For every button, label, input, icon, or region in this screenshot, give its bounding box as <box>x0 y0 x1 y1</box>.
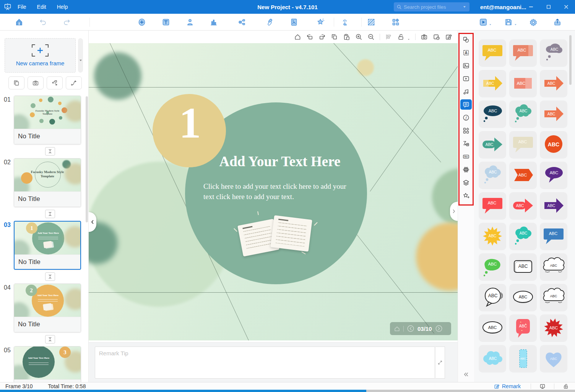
callout-shape-item[interactable]: ABC <box>509 345 537 373</box>
callout-shape-item[interactable]: ABC <box>540 223 567 250</box>
insert-link-button[interactable] <box>266 18 274 26</box>
callout-shape-item[interactable]: ABC <box>509 131 537 159</box>
home-button[interactable] <box>15 18 23 26</box>
callout-shape-item[interactable]: ABC <box>540 253 567 281</box>
callout-shape-item[interactable]: ABC <box>540 314 567 342</box>
callout-shape-item[interactable]: ABC <box>509 39 537 67</box>
insert-flowchart-button[interactable] <box>238 18 246 26</box>
callout-shape-item[interactable]: ABC <box>540 131 567 159</box>
panel-tab-button[interactable]: Btn <box>460 151 472 162</box>
interaction-button[interactable] <box>341 18 349 26</box>
callout-shape-item[interactable]: ABC <box>479 284 506 311</box>
transition-duration-button[interactable] <box>45 210 55 218</box>
slide-heading[interactable]: Add Your Text Here <box>203 153 356 170</box>
c-zoom-in-button[interactable] <box>355 33 362 40</box>
callout-shape-item[interactable]: ABC <box>479 253 506 281</box>
transition-duration-button[interactable] <box>45 272 55 281</box>
callout-shape-item[interactable]: ABC <box>509 162 537 189</box>
camera-caret-icon[interactable] <box>78 58 83 63</box>
screenshot-button[interactable] <box>28 76 44 89</box>
panel-tab-layer[interactable] <box>460 177 472 188</box>
search-box[interactable] <box>394 2 469 11</box>
close-button[interactable] <box>557 0 575 14</box>
prev-frame-button[interactable] <box>407 325 414 332</box>
callout-shape-item[interactable]: ABC <box>479 162 506 189</box>
account-label[interactable]: ent@mangoani... <box>480 4 526 10</box>
c-unlock-button[interactable] <box>397 33 404 40</box>
redo-button[interactable] <box>63 18 71 26</box>
next-frame-button[interactable] <box>435 325 443 332</box>
unlock-icon[interactable] <box>563 383 569 389</box>
slide-canvas[interactable]: 1 Add Your Text Here Click here to add y… <box>89 43 458 340</box>
callout-shape-item[interactable]: ABC <box>479 223 506 250</box>
panel-tab-audio[interactable] <box>460 86 472 97</box>
callout-shape-item[interactable]: ABC <box>509 192 537 220</box>
c-frame-time-button[interactable] <box>433 33 440 40</box>
widgets-button[interactable] <box>391 18 400 26</box>
slide-thumbnail[interactable]: 3Add Your Text HereNo Title <box>14 346 81 382</box>
maximize-button[interactable] <box>540 0 557 14</box>
camera-list-scrollbar[interactable] <box>78 38 83 73</box>
papers-illustration[interactable] <box>236 213 317 262</box>
transform-frame-button[interactable] <box>47 76 63 89</box>
motion-path-button[interactable] <box>66 76 82 89</box>
panel-tab-caption[interactable] <box>460 99 472 110</box>
menu-help[interactable]: Help <box>57 4 68 10</box>
callout-shape-item[interactable]: ABC <box>509 314 537 342</box>
callout-shape-item[interactable]: ABC <box>479 192 506 220</box>
c-paste-button[interactable] <box>343 33 350 40</box>
c-camera-button[interactable] <box>421 33 428 40</box>
slide-thumbnail[interactable]: Focusky Modern Style TemplateNo Title <box>14 158 81 207</box>
panel-tab-flash[interactable]: f <box>460 112 472 123</box>
menu-file[interactable]: File <box>18 4 26 10</box>
callout-shape-item[interactable]: ABC <box>479 131 506 159</box>
publish-button[interactable] <box>553 18 562 26</box>
slide-thumbnail[interactable]: Focusky Modern Style TemplateNo Title <box>14 96 81 144</box>
c-copy-button[interactable] <box>331 33 338 40</box>
callout-shape-item[interactable]: ABC <box>540 284 567 311</box>
panel-tab-subtitle[interactable] <box>460 138 472 149</box>
callout-shape-item[interactable]: ABC <box>479 345 506 373</box>
callout-shape-item[interactable]: ABC <box>509 284 537 311</box>
callout-shape-item[interactable]: ABC <box>479 70 506 97</box>
callout-shape-item[interactable]: ABC <box>479 314 506 342</box>
c-rotate-right-button[interactable] <box>318 33 326 40</box>
menu-edit[interactable]: Edit <box>37 4 46 10</box>
search-input[interactable] <box>404 4 460 10</box>
slide-number[interactable]: 1 <box>171 99 209 147</box>
insert-chart-button[interactable] <box>210 18 218 26</box>
nav-home-icon[interactable] <box>394 326 400 332</box>
c-unlock-caret-icon[interactable] <box>407 36 410 39</box>
callout-shape-item[interactable]: ABC <box>509 223 537 250</box>
panel-tab-image[interactable] <box>460 60 472 71</box>
callout-shape-item[interactable]: ABC <box>540 192 567 220</box>
remark-input[interactable] <box>95 347 435 379</box>
player-monitor-icon[interactable] <box>539 383 546 389</box>
new-frame-button[interactable] <box>138 18 146 26</box>
callout-shape-item[interactable]: ABC <box>509 253 537 281</box>
insert-image-button[interactable] <box>290 18 298 26</box>
panel-tab-effect[interactable] <box>460 164 472 175</box>
slide-body-text[interactable]: Click here to add your text click here t… <box>203 181 355 202</box>
shapes-scrollbar[interactable] <box>569 35 572 85</box>
slide-thumbnail[interactable]: 1Add Your Text HereNo Title <box>14 221 81 270</box>
callout-shape-item[interactable]: ABC <box>509 70 537 97</box>
c-edit-button[interactable] <box>445 33 452 40</box>
c-home-button[interactable] <box>294 33 301 40</box>
preview-play-button[interactable] <box>479 18 487 26</box>
transition-duration-button[interactable] <box>45 335 55 343</box>
background-button[interactable] <box>367 18 375 26</box>
panel-tab-wordart[interactable]: A <box>460 47 472 58</box>
sidebar-scrollbar[interactable] <box>86 96 88 222</box>
callout-shape-item[interactable]: ABC <box>540 162 567 189</box>
callout-shape-item[interactable]: ABC <box>479 100 506 128</box>
expand-remark-button[interactable] <box>435 347 445 379</box>
transition-duration-button[interactable] <box>45 147 55 156</box>
callout-shape-item[interactable]: ABC <box>479 39 506 67</box>
insert-character-button[interactable] <box>186 18 194 26</box>
search-caret-icon[interactable] <box>462 5 467 9</box>
c-rotate-left-button[interactable] <box>306 33 313 40</box>
callout-shape-item[interactable]: ABC <box>540 100 567 128</box>
c-zoom-out-button[interactable] <box>367 33 375 40</box>
duplicate-frame-button[interactable] <box>8 76 24 89</box>
